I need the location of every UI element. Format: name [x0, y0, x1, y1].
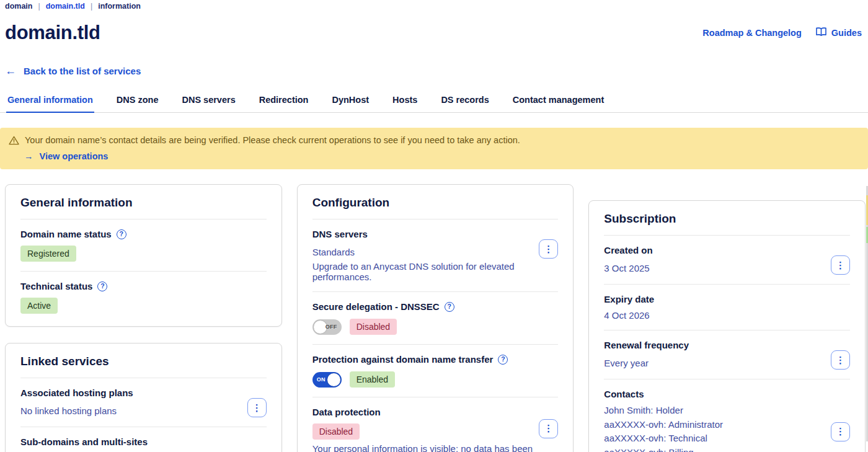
contact-billing: aaXXXXX-ovh: Billing	[604, 446, 723, 452]
divider	[20, 219, 267, 219]
row-label-wrap: Secure delegation - DNSSEC ?	[312, 301, 559, 312]
back-to-services-link[interactable]: ← Back to the list of services	[5, 65, 868, 76]
breadcrumb-item-domain-tld[interactable]: domain.tld	[46, 2, 85, 11]
expiry-date-label: Expiry date	[604, 294, 850, 304]
tab-contact-management[interactable]: Contact management	[512, 90, 605, 112]
contact-administrator: aaXXXXX-ovh: Administrator	[604, 418, 723, 432]
breadcrumb-item-domain[interactable]: domain	[5, 2, 32, 11]
status-badge: Registered	[20, 246, 76, 262]
divider	[20, 427, 267, 427]
arrow-right-icon: →	[24, 151, 33, 161]
tab-dynhost[interactable]: DynHost	[330, 90, 370, 112]
subscription-card: Subscription Created on 3 Oct 2025 ⋮ Exp…	[588, 200, 866, 452]
tab-hosts[interactable]: Hosts	[391, 90, 418, 112]
transfer-protection-toggle[interactable]: ON	[312, 372, 342, 388]
tab-dns-servers[interactable]: DNS servers	[180, 90, 236, 112]
dnssec-toggle[interactable]: OFF	[312, 319, 342, 335]
general-information-card: General information Domain name status ?…	[5, 184, 282, 327]
data-protection-row: Data protection Disabled ⋮ Your personal…	[312, 407, 559, 452]
sub-domains-row: Sub-domains and multi-sites No sub-domai…	[20, 436, 267, 452]
divider	[312, 219, 559, 219]
dnssec-status-badge: Disabled	[350, 319, 397, 335]
tab-ds-records[interactable]: DS records	[440, 90, 490, 112]
dns-servers-label: DNS servers	[312, 229, 559, 239]
page-header: domain.tld Roadmap & Changelog Guides	[0, 11, 868, 44]
dns-servers-value: Standards	[312, 247, 355, 257]
card-title: Linked services	[20, 355, 267, 368]
divider	[604, 379, 850, 379]
transfer-protection-label: Protection against domain name transfer	[312, 354, 494, 365]
contacts-list: John Smith: Holder aaXXXXX-ovh: Administ…	[604, 404, 723, 452]
transfer-protection-status-badge: Enabled	[350, 371, 395, 388]
book-icon	[815, 27, 827, 38]
page-title: domain.tld	[5, 22, 100, 44]
card-title: General information	[20, 196, 267, 210]
created-on-row: Created on 3 Oct 2025 ⋮	[604, 245, 850, 275]
help-icon[interactable]: ?	[498, 355, 508, 365]
sub-domains-label: Sub-domains and multi-sites	[20, 436, 267, 447]
card-title: Subscription	[604, 212, 850, 226]
divider	[312, 291, 559, 292]
divider	[312, 397, 559, 397]
guides-link[interactable]: Guides	[815, 27, 862, 38]
verification-warning-banner: Your domain name’s contact details are b…	[0, 128, 868, 169]
breadcrumb-item-information: information	[98, 2, 141, 11]
contact-holder: John Smith: Holder	[604, 404, 723, 418]
tab-general-information[interactable]: General information	[6, 90, 94, 112]
hosting-plans-menu-button[interactable]: ⋮	[247, 398, 267, 417]
value-row: Standards ⋮	[312, 239, 559, 259]
divider	[20, 378, 267, 378]
expiry-date-row: Expiry date 4 Oct 2026	[604, 294, 850, 321]
contacts-row: Contacts John Smith: Holder aaXXXXX-ovh:…	[604, 389, 850, 452]
view-operations-label: View operations	[40, 151, 108, 161]
transfer-protection-toggle-row: ON Enabled	[312, 371, 559, 388]
divider	[20, 271, 267, 272]
value-row: Every year ⋮	[604, 350, 850, 370]
created-on-value: 3 Oct 2025	[604, 263, 649, 273]
cards-grid: General information Domain name status ?…	[5, 184, 866, 452]
contact-technical: aaXXXXX-ovh: Technical	[604, 432, 723, 446]
technical-status-row: Technical status ? Active	[20, 281, 267, 314]
divider	[604, 330, 850, 330]
data-protection-menu-button[interactable]: ⋮	[539, 419, 558, 438]
divider	[312, 344, 559, 345]
roadmap-changelog-label: Roadmap & Changelog	[702, 28, 802, 38]
tab-dns-zone[interactable]: DNS zone	[115, 90, 160, 112]
breadcrumb: domain | domain.tld | information	[0, 0, 868, 11]
card-title: Configuration	[312, 196, 559, 210]
value-row: No linked hosting plans ⋮	[20, 398, 267, 417]
breadcrumb-separator: |	[91, 2, 92, 11]
associated-hosting-plans-row: Associated hosting plans No linked hosti…	[20, 388, 267, 417]
domain-name-status-label: Domain name status	[20, 229, 112, 239]
created-on-label: Created on	[604, 245, 850, 255]
help-icon[interactable]: ?	[117, 229, 126, 239]
value-row: 3 Oct 2025 ⋮	[604, 255, 850, 275]
dnssec-toggle-row: OFF Disabled	[312, 319, 559, 335]
view-operations-link[interactable]: → View operations	[24, 151, 858, 161]
expiry-date-value: 4 Oct 2026	[604, 310, 850, 321]
associated-hosting-plans-label: Associated hosting plans	[20, 388, 267, 398]
data-protection-label: Data protection	[312, 407, 559, 417]
warning-triangle-icon	[9, 136, 19, 147]
renewal-frequency-menu-button[interactable]: ⋮	[831, 350, 850, 370]
toggle-state-label: ON	[317, 376, 326, 383]
status-badge: Active	[20, 298, 58, 314]
tab-redirection[interactable]: Redirection	[258, 90, 310, 112]
contacts-menu-button[interactable]: ⋮	[831, 422, 850, 441]
back-link-label: Back to the list of services	[24, 66, 141, 76]
created-on-menu-button[interactable]: ⋮	[831, 255, 850, 275]
back-arrow-icon: ←	[5, 65, 16, 76]
tab-bar: General information DNS zone DNS servers…	[0, 90, 868, 113]
divider	[604, 284, 850, 285]
row-label-wrap: Domain name status ?	[20, 229, 267, 239]
help-icon[interactable]: ?	[97, 281, 107, 291]
dnssec-row: Secure delegation - DNSSEC ? OFF Disable…	[312, 301, 559, 335]
toggle-knob	[327, 373, 340, 386]
help-icon[interactable]: ?	[445, 302, 454, 312]
dns-servers-menu-button[interactable]: ⋮	[539, 239, 558, 259]
transfer-protection-row: Protection against domain name transfer …	[312, 354, 559, 388]
header-links: Roadmap & Changelog Guides	[702, 27, 862, 38]
renewal-frequency-label: Renewal frequency	[604, 340, 850, 350]
roadmap-changelog-link[interactable]: Roadmap & Changelog	[702, 28, 802, 38]
dns-servers-row: DNS servers Standards ⋮ Upgrade to an An…	[312, 229, 559, 282]
